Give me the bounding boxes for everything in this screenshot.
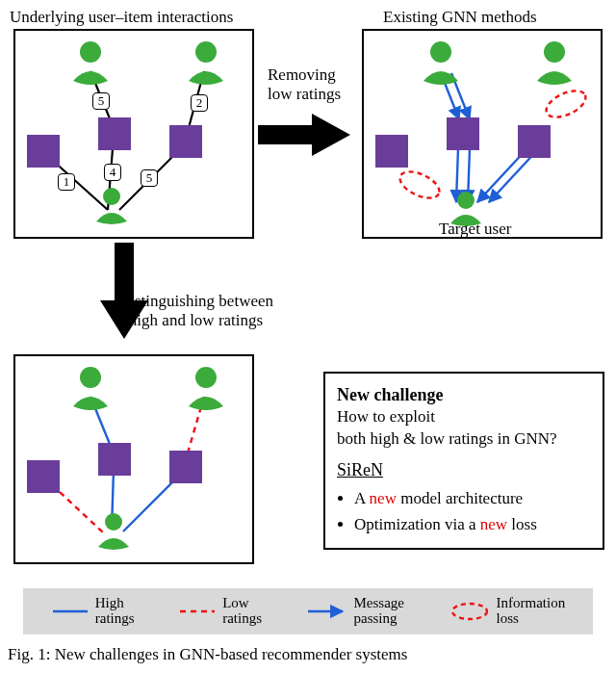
box-underlying	[13, 29, 254, 239]
svg-rect-20	[375, 135, 408, 168]
high-ratings-icon	[51, 605, 90, 618]
svg-point-18	[542, 86, 589, 123]
rating-1: 1	[58, 173, 75, 191]
svg-point-36	[195, 367, 217, 388]
legend-info-text: Information loss	[497, 596, 566, 627]
b1-pre: A	[354, 489, 370, 507]
legend-high: High ratings	[51, 596, 135, 627]
svg-rect-33	[98, 443, 131, 476]
svg-point-35	[80, 367, 101, 388]
label-distinguishing: Distinguishing between high and low rati…	[118, 292, 273, 331]
svg-rect-7	[169, 125, 202, 158]
svg-line-14	[456, 148, 458, 202]
b2-post: loss	[507, 515, 537, 533]
challenge-bullets: A new model architecture Optimization vi…	[354, 488, 591, 536]
challenge-q2: both high & low ratings in GNN?	[337, 428, 591, 451]
rating-4: 4	[104, 164, 121, 181]
svg-point-19	[396, 167, 443, 204]
svg-point-10	[103, 188, 120, 205]
svg-point-25	[457, 192, 475, 209]
message-passing-icon	[306, 605, 348, 618]
svg-point-9	[195, 41, 217, 63]
box-existing	[362, 29, 603, 239]
svg-rect-34	[169, 451, 202, 483]
legend-low: Low ratings	[178, 596, 262, 627]
svg-point-41	[452, 604, 487, 619]
svg-rect-32	[27, 460, 60, 493]
graph-underlying	[15, 31, 252, 237]
b2-pre: Optimization via a	[354, 515, 480, 533]
box-new-challenge: New challenge How to exploit both high &…	[323, 372, 604, 550]
figure-canvas: Underlying user–item interactions Existi…	[8, 8, 608, 662]
figure-caption: Fig. 1: New challenges in GNN-based reco…	[8, 645, 407, 664]
graph-distinguished	[15, 356, 252, 562]
b2-red: new	[480, 515, 507, 533]
label-target-user: Target user	[439, 220, 511, 239]
svg-point-23	[430, 41, 451, 63]
svg-rect-6	[98, 117, 131, 150]
b1-red: new	[370, 489, 397, 507]
label-distinguishing-text: Distinguishing between high and low rati…	[118, 292, 273, 329]
svg-marker-11	[258, 114, 350, 156]
legend-msg: Message passing	[306, 596, 405, 627]
challenge-bullet-1: A new model architecture	[354, 488, 591, 510]
graph-existing	[364, 31, 601, 237]
label-removing-text: Removing low ratings	[268, 65, 341, 103]
low-ratings-icon	[178, 605, 217, 618]
rating-2: 2	[191, 94, 208, 112]
title-existing: Existing GNN methods	[383, 8, 537, 27]
svg-rect-21	[447, 117, 479, 150]
challenge-q1: How to exploit	[337, 406, 591, 428]
svg-point-37	[105, 513, 122, 531]
information-loss-icon	[449, 600, 491, 623]
challenge-method: SiReN	[337, 458, 383, 481]
title-underlying: Underlying user–item interactions	[10, 8, 233, 27]
svg-point-8	[80, 41, 101, 63]
label-removing: Removing low ratings	[268, 65, 341, 105]
rating-5a: 5	[92, 92, 110, 110]
arrow-right	[258, 114, 354, 162]
legend: High ratings Low ratings Message passing…	[23, 588, 593, 634]
legend-low-text: Low ratings	[222, 596, 262, 627]
svg-rect-22	[518, 125, 551, 158]
b1-post: model architecture	[397, 489, 523, 507]
challenge-heading: New challenge	[337, 383, 591, 406]
svg-rect-5	[27, 135, 60, 168]
legend-msg-text: Message passing	[354, 596, 405, 627]
legend-high-text: High ratings	[95, 596, 135, 627]
challenge-bullet-2: Optimization via a new loss	[354, 514, 591, 536]
rating-5b: 5	[141, 169, 158, 187]
legend-info: Information loss	[449, 596, 566, 627]
svg-point-24	[544, 41, 565, 63]
box-distinguished	[13, 354, 254, 564]
